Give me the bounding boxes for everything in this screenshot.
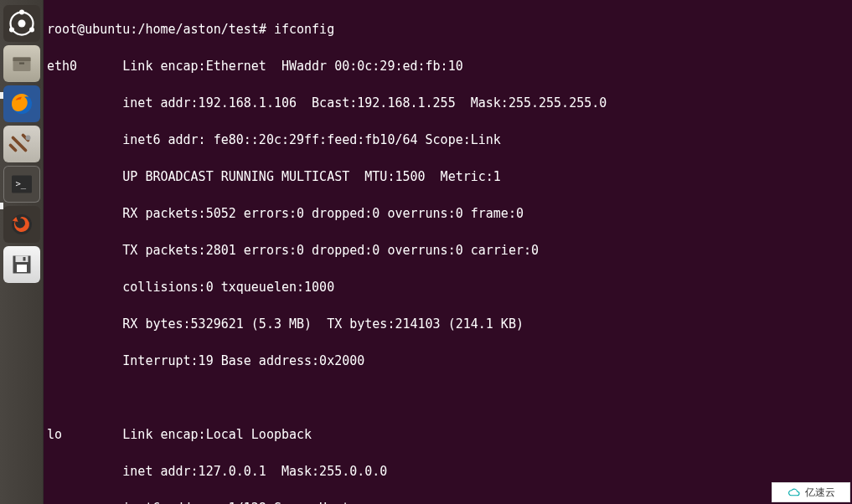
terminal-line: collisions:0 txqueuelen:1000	[47, 278, 849, 296]
terminal-icon[interactable]: >_	[3, 166, 40, 203]
svg-text:>_: >_	[15, 178, 26, 189]
running-indicator	[0, 203, 3, 209]
terminal-line: RX packets:5052 errors:0 dropped:0 overr…	[47, 204, 849, 223]
terminal-line: inet6 addr: ::1/128 Scope:Host	[47, 499, 849, 504]
terminal-line: lo Link encap:Local Loopback	[47, 425, 849, 444]
svg-rect-16	[23, 257, 25, 261]
terminal-line: Interrupt:19 Base address:0x2000	[47, 352, 849, 370]
svg-rect-7	[19, 63, 24, 64]
svg-point-4	[29, 28, 34, 33]
terminal-line	[47, 388, 849, 407]
svg-point-9	[25, 136, 30, 141]
dash-icon[interactable]	[3, 5, 40, 42]
terminal-output[interactable]: root@ubuntu:/home/aston/test# ifconfig e…	[44, 0, 852, 504]
terminal-line: root@ubuntu:/home/aston/test# ifconfig	[47, 20, 849, 39]
updates-icon[interactable]	[3, 206, 40, 243]
watermark-badge: 亿速云	[772, 482, 850, 502]
terminal-line: UP BROADCAST RUNNING MULTICAST MTU:1500 …	[47, 167, 849, 186]
settings-icon[interactable]	[3, 126, 40, 162]
svg-rect-15	[17, 265, 27, 272]
watermark-text: 亿速云	[805, 486, 835, 500]
terminal-line: inet addr:127.0.0.1 Mask:255.0.0.0	[47, 462, 849, 481]
svg-rect-14	[15, 256, 28, 263]
unity-launcher: >_	[0, 0, 44, 504]
files-icon[interactable]	[3, 45, 40, 82]
svg-rect-6	[13, 58, 30, 62]
svg-point-2	[19, 10, 24, 15]
terminal-line: RX bytes:5329621 (5.3 MB) TX bytes:21410…	[47, 315, 849, 333]
terminal-line: inet addr:192.168.1.106 Bcast:192.168.1.…	[47, 94, 849, 112]
svg-point-3	[9, 28, 14, 33]
firefox-icon[interactable]	[3, 85, 40, 122]
svg-point-0	[18, 20, 25, 28]
cloud-icon	[787, 487, 802, 497]
terminal-line: TX packets:2801 errors:0 dropped:0 overr…	[47, 241, 849, 260]
save-icon[interactable]	[3, 246, 40, 283]
terminal-line: inet6 addr: fe80::20c:29ff:feed:fb10/64 …	[47, 131, 849, 149]
terminal-line: eth0 Link encap:Ethernet HWaddr 00:0c:29…	[47, 57, 849, 75]
